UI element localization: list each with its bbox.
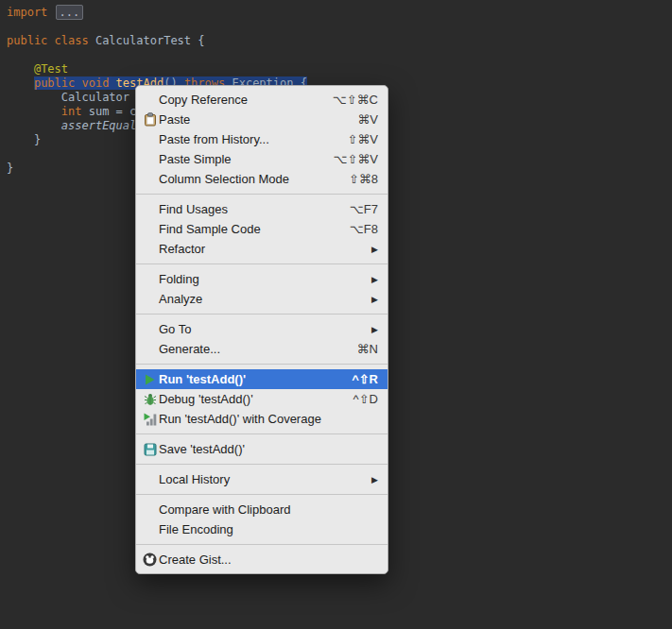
menu-item-go-to[interactable]: Go To▶ xyxy=(136,319,388,339)
code-indent xyxy=(7,76,34,90)
menu-separator xyxy=(136,434,388,434)
menu-icon-spacer xyxy=(142,342,158,357)
code-indent xyxy=(7,91,61,104)
menu-item-shortcut: ⌘N xyxy=(357,342,378,356)
code-indent xyxy=(7,62,34,76)
menu-item-refactor[interactable]: Refactor▶ xyxy=(136,239,388,259)
code-line[interactable] xyxy=(7,20,672,34)
menu-item-label: Column Selection Mode xyxy=(159,172,332,186)
menu-item-label: Compare with Clipboard xyxy=(159,502,378,517)
code-line[interactable] xyxy=(7,48,672,62)
menu-item-save-testadd[interactable]: Save 'testAdd()' xyxy=(136,439,388,459)
menu-item-shortcut: ⌘V xyxy=(357,112,378,127)
menu-separator xyxy=(136,544,388,545)
menu-item-shortcut: ^⇧R xyxy=(352,372,378,386)
code-token-plain: } xyxy=(7,162,13,175)
menu-item-paste[interactable]: Paste⌘V xyxy=(136,110,388,129)
menu-item-shortcut: ⇧⌘V xyxy=(347,132,378,146)
menu-item-label: Paste xyxy=(159,112,340,127)
code-text: Calculator xyxy=(61,91,129,104)
code-text: assertEqual xyxy=(61,119,136,132)
submenu-arrow-icon: ▶ xyxy=(371,245,378,254)
menu-item-paste-simple[interactable]: Paste Simple⌥⇧⌘V xyxy=(136,149,388,169)
save-icon xyxy=(142,442,158,457)
code-token-keyword: public class xyxy=(7,34,95,47)
menu-icon-spacer xyxy=(142,152,158,167)
menu-separator xyxy=(136,464,388,465)
menu-item-label: Run 'testAdd()' with Coverage xyxy=(159,412,378,426)
menu-item-find-usages[interactable]: Find Usages⌥F7 xyxy=(136,199,388,219)
code-token-keyword: int xyxy=(61,105,82,118)
code-token-plain: sum = c xyxy=(81,105,136,118)
menu-icon-spacer xyxy=(142,472,158,487)
menu-item-generate[interactable]: Generate...⌘N xyxy=(136,339,388,359)
menu-item-folding[interactable]: Folding▶ xyxy=(136,269,388,289)
menu-item-label: Create Gist... xyxy=(159,552,378,567)
code-token-plain: } xyxy=(34,133,41,146)
menu-item-label: Go To xyxy=(159,322,354,336)
menu-item-file-encoding[interactable]: File Encoding xyxy=(136,519,388,539)
menu-item-shortcut: ⇧⌘8 xyxy=(349,172,378,186)
code-indent xyxy=(7,119,61,132)
menu-icon-spacer xyxy=(142,522,158,537)
menu-item-label: Generate... xyxy=(159,342,340,356)
editor-context-menu: Copy Reference⌥⇧⌘CPaste⌘VPaste from Hist… xyxy=(135,85,388,574)
menu-item-shortcut: ^⇧D xyxy=(353,392,378,406)
code-line[interactable]: @Test xyxy=(7,62,672,76)
menu-item-label: Local History xyxy=(159,472,354,486)
code-line[interactable]: import ... xyxy=(7,6,672,20)
menu-item-shortcut: ⌥F7 xyxy=(350,202,378,216)
menu-item-label: Find Sample Code xyxy=(159,222,333,236)
debug-icon xyxy=(142,392,158,407)
menu-icon-spacer xyxy=(142,132,158,147)
menu-item-paste-from-history[interactable]: Paste from History...⇧⌘V xyxy=(136,129,388,149)
code-text: int sum = c xyxy=(61,105,136,118)
submenu-arrow-icon: ▶ xyxy=(371,275,378,284)
code-text: } xyxy=(34,133,41,146)
menu-item-label: File Encoding xyxy=(159,522,378,536)
menu-icon-spacer xyxy=(142,292,158,307)
paste-icon xyxy=(142,112,158,128)
menu-icon-spacer xyxy=(142,272,158,287)
menu-separator xyxy=(136,264,388,264)
code-token-annotation: @Test xyxy=(34,62,68,76)
menu-item-shortcut: ⌥⇧⌘C xyxy=(333,93,378,107)
code-text: } xyxy=(7,162,13,175)
code-token-keyword: public void xyxy=(34,76,116,90)
menu-item-analyze[interactable]: Analyze▶ xyxy=(136,289,388,309)
menu-separator xyxy=(136,194,388,195)
submenu-arrow-icon: ▶ xyxy=(371,295,378,304)
code-token-plain: Calculator xyxy=(61,91,129,104)
code-token-keyword: import xyxy=(7,6,55,19)
code-line[interactable]: public class CalculatorTest { xyxy=(7,34,672,48)
ide-window: import ...public class CalculatorTest { … xyxy=(0,0,672,629)
menu-item-create-gist[interactable]: Create Gist... xyxy=(136,550,388,570)
menu-item-local-history[interactable]: Local History▶ xyxy=(136,469,388,489)
menu-item-debug-testadd[interactable]: Debug 'testAdd()'^⇧D xyxy=(136,389,388,409)
menu-item-run-testadd[interactable]: Run 'testAdd()'^⇧R xyxy=(136,369,388,389)
menu-item-copy-reference[interactable]: Copy Reference⌥⇧⌘C xyxy=(136,90,388,110)
menu-item-find-sample-code[interactable]: Find Sample Code⌥F8 xyxy=(136,219,388,239)
gist-icon xyxy=(142,552,158,568)
menu-item-compare-with-clipboard[interactable]: Compare with Clipboard xyxy=(136,500,388,519)
menu-icon-spacer xyxy=(142,222,158,237)
coverage-icon xyxy=(142,412,158,427)
menu-separator xyxy=(136,494,388,495)
code-fold-ellipsis[interactable]: ... xyxy=(56,5,84,20)
menu-item-column-selection-mode[interactable]: Column Selection Mode⇧⌘8 xyxy=(136,169,388,189)
code-token-plain: CalculatorTest { xyxy=(95,34,205,47)
menu-item-label: Paste Simple xyxy=(159,152,316,166)
menu-item-label: Paste from History... xyxy=(159,132,330,146)
submenu-arrow-icon: ▶ xyxy=(371,325,378,334)
menu-item-label: Analyze xyxy=(159,292,354,306)
menu-item-label: Save 'testAdd()' xyxy=(159,442,378,456)
menu-item-run-testadd-with-coverage[interactable]: Run 'testAdd()' with Coverage xyxy=(136,409,388,429)
submenu-arrow-icon: ▶ xyxy=(371,475,378,484)
menu-item-label: Folding xyxy=(159,272,354,286)
code-token-italic: assertEqual xyxy=(61,119,136,132)
menu-icon-spacer xyxy=(142,242,158,257)
code-text: import ... xyxy=(7,6,83,19)
run-icon xyxy=(142,372,158,387)
menu-icon-spacer xyxy=(142,502,158,518)
menu-separator xyxy=(136,314,388,314)
